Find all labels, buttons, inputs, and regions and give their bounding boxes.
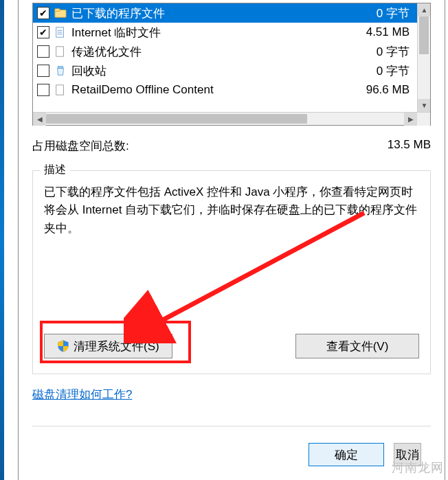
- list-item-label: 已下载的程序文件: [71, 5, 368, 21]
- button-label: 取消: [396, 447, 419, 463]
- scroll-left-icon[interactable]: ◀: [33, 113, 46, 126]
- disk-cleanup-window: 已下载的程序文件 0 字节 Internet 临时文件 4.51 MB 传递优化…: [18, 0, 445, 480]
- button-label: 确定: [335, 447, 358, 463]
- list-item-internet-temp[interactable]: Internet 临时文件 4.51 MB: [33, 23, 430, 42]
- svg-rect-1: [55, 9, 60, 12]
- horizontal-scrollbar[interactable]: ◀ ▶: [33, 112, 430, 125]
- page-icon: [54, 83, 67, 97]
- file-list[interactable]: 已下载的程序文件 0 字节 Internet 临时文件 4.51 MB 传递优化…: [33, 3, 430, 112]
- checkbox[interactable]: [37, 65, 49, 77]
- page-icon: [54, 45, 67, 58]
- scroll-thumb[interactable]: [419, 16, 429, 54]
- list-item-delivery-optimization[interactable]: 传递优化文件 0 字节: [33, 42, 430, 61]
- checkbox[interactable]: [37, 84, 49, 96]
- button-label: 查看文件(V): [326, 339, 389, 354]
- checkbox[interactable]: [37, 7, 49, 19]
- description-legend: 描述: [40, 163, 70, 177]
- svg-rect-6: [56, 47, 64, 56]
- recycle-icon: [54, 64, 67, 78]
- list-item-retaildemo[interactable]: RetailDemo Offline Content 96.6 MB: [33, 80, 430, 100]
- scroll-track[interactable]: [46, 113, 404, 125]
- scroll-down-icon[interactable]: ▼: [418, 99, 430, 112]
- description-text: 已下载的程序文件包括 ActiveX 控件和 Java 小程序，你查看特定网页时…: [44, 183, 419, 238]
- description-group: 描述 已下载的程序文件包括 ActiveX 控件和 Java 小程序，你查看特定…: [32, 170, 431, 374]
- clean-system-files-button[interactable]: 清理系统文件(S): [44, 334, 172, 358]
- list-item-size: 4.51 MB: [358, 25, 426, 39]
- view-files-button[interactable]: 查看文件(V): [295, 334, 419, 358]
- cancel-button[interactable]: 取消: [394, 443, 421, 466]
- ok-button[interactable]: 确定: [309, 443, 384, 466]
- separator: [32, 426, 431, 426]
- svg-rect-8: [56, 85, 64, 95]
- scroll-up-icon[interactable]: ▲: [418, 3, 430, 16]
- shield-icon: [57, 340, 69, 352]
- list-item-label: 回收站: [71, 63, 368, 79]
- checkbox[interactable]: [37, 26, 49, 38]
- total-label: 占用磁盘空间总数:: [32, 138, 129, 154]
- svg-rect-7: [58, 67, 63, 69]
- scroll-thumb[interactable]: [46, 114, 307, 124]
- list-item-label: Internet 临时文件: [71, 25, 358, 41]
- help-link[interactable]: 磁盘清理如何工作?: [32, 387, 132, 402]
- list-item-recycle-bin[interactable]: 回收站 0 字节: [33, 61, 430, 80]
- button-label: 清理系统文件(S): [74, 339, 159, 354]
- list-item-downloaded-program-files[interactable]: 已下载的程序文件 0 字节: [33, 3, 430, 23]
- desktop-edge: [0, 0, 4, 480]
- scroll-track[interactable]: [418, 16, 430, 99]
- file-list-panel: 已下载的程序文件 0 字节 Internet 临时文件 4.51 MB 传递优化…: [32, 3, 431, 126]
- page-icon: [54, 25, 67, 39]
- folder-icon: [54, 6, 67, 20]
- scroll-right-icon[interactable]: ▶: [404, 113, 417, 126]
- list-item-label: RetailDemo Offline Content: [71, 83, 358, 97]
- total-space-row: 占用磁盘空间总数: 13.5 MB: [32, 138, 431, 154]
- description-button-row: 清理系统文件(S) 查看文件(V): [44, 334, 419, 358]
- vertical-scrollbar[interactable]: ▲ ▼: [417, 3, 430, 112]
- scroll-corner: [417, 113, 430, 126]
- list-item-size: 96.6 MB: [358, 83, 426, 97]
- total-value: 13.5 MB: [388, 138, 431, 154]
- checkbox[interactable]: [37, 45, 49, 58]
- dialog-button-row: 确定 取消: [309, 443, 421, 466]
- list-item-label: 传递优化文件: [71, 44, 368, 60]
